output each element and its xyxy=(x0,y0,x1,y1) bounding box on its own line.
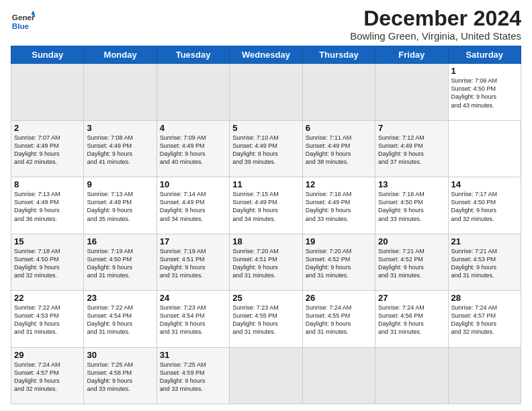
calendar-day: 12Sunrise: 7:16 AMSunset: 4:49 PMDayligh… xyxy=(302,177,375,234)
calendar-day: 20Sunrise: 7:21 AMSunset: 4:52 PMDayligh… xyxy=(375,234,448,290)
day-info: Sunrise: 7:15 AMSunset: 4:49 PMDaylight:… xyxy=(232,191,279,222)
calendar-day xyxy=(448,347,521,404)
calendar-table: SundayMondayTuesdayWednesdayThursdayFrid… xyxy=(11,46,521,404)
calendar-week-row: 2Sunrise: 7:07 AMSunset: 4:49 PMDaylight… xyxy=(11,120,521,177)
day-number: 18 xyxy=(232,236,299,246)
day-info: Sunrise: 7:16 AMSunset: 4:49 PMDaylight:… xyxy=(306,191,352,222)
header: General Blue December 2024 Bowling Green… xyxy=(11,7,521,42)
day-info: Sunrise: 7:21 AMSunset: 4:53 PMDaylight:… xyxy=(451,248,498,279)
day-info: Sunrise: 7:22 AMSunset: 4:54 PMDaylight:… xyxy=(87,304,133,335)
calendar-day: 21Sunrise: 7:21 AMSunset: 4:53 PMDayligh… xyxy=(448,234,521,290)
calendar-day: 10Sunrise: 7:14 AMSunset: 4:49 PMDayligh… xyxy=(157,177,229,234)
day-number: 21 xyxy=(451,236,518,246)
day-info: Sunrise: 7:21 AMSunset: 4:52 PMDaylight:… xyxy=(378,248,425,279)
weekday-header-saturday: Saturday xyxy=(448,46,521,64)
logo: General Blue xyxy=(11,9,38,34)
calendar-day xyxy=(375,347,448,404)
calendar-day: 25Sunrise: 7:23 AMSunset: 4:55 PMDayligh… xyxy=(230,291,302,347)
calendar-day: 6Sunrise: 7:11 AMSunset: 4:49 PMDaylight… xyxy=(302,120,375,177)
day-number: 7 xyxy=(378,123,445,133)
day-number: 19 xyxy=(306,236,372,246)
day-number: 8 xyxy=(14,179,81,189)
day-info: Sunrise: 7:11 AMSunset: 4:49 PMDaylight:… xyxy=(306,134,352,165)
day-number: 14 xyxy=(451,179,518,189)
calendar-day: 3Sunrise: 7:08 AMSunset: 4:49 PMDaylight… xyxy=(84,120,157,177)
day-number: 20 xyxy=(378,236,445,246)
day-info: Sunrise: 7:13 AMSunset: 4:49 PMDaylight:… xyxy=(14,191,60,222)
calendar-day: 30Sunrise: 7:25 AMSunset: 4:58 PMDayligh… xyxy=(84,347,157,404)
day-number: 23 xyxy=(87,293,153,303)
day-number: 6 xyxy=(306,123,372,133)
calendar-day: 18Sunrise: 7:20 AMSunset: 4:51 PMDayligh… xyxy=(230,234,302,290)
calendar-week-row: 8Sunrise: 7:13 AMSunset: 4:49 PMDaylight… xyxy=(11,177,521,234)
day-number: 10 xyxy=(160,179,226,189)
day-info: Sunrise: 7:10 AMSunset: 4:49 PMDaylight:… xyxy=(232,134,279,165)
day-info: Sunrise: 7:20 AMSunset: 4:52 PMDaylight:… xyxy=(306,248,352,279)
day-number: 25 xyxy=(232,293,299,303)
weekday-header-wednesday: Wednesday xyxy=(230,46,302,64)
calendar-day: 24Sunrise: 7:23 AMSunset: 4:54 PMDayligh… xyxy=(157,291,229,347)
calendar-day: 13Sunrise: 7:16 AMSunset: 4:50 PMDayligh… xyxy=(375,177,448,234)
calendar-day: 31Sunrise: 7:25 AMSunset: 4:59 PMDayligh… xyxy=(157,347,229,404)
month-title: December 2024 xyxy=(350,7,521,30)
day-info: Sunrise: 7:24 AMSunset: 4:57 PMDaylight:… xyxy=(451,304,498,335)
day-number: 2 xyxy=(14,123,81,133)
day-number: 24 xyxy=(160,293,226,303)
day-info: Sunrise: 7:22 AMSunset: 4:53 PMDaylight:… xyxy=(14,304,60,335)
day-info: Sunrise: 7:24 AMSunset: 4:55 PMDaylight:… xyxy=(306,304,352,335)
empty-cell xyxy=(302,64,375,120)
calendar-day: 16Sunrise: 7:19 AMSunset: 4:50 PMDayligh… xyxy=(84,234,157,290)
calendar-day: 7Sunrise: 7:12 AMSunset: 4:49 PMDaylight… xyxy=(375,120,448,177)
calendar-day xyxy=(302,347,375,404)
calendar-week-row: 22Sunrise: 7:22 AMSunset: 4:53 PMDayligh… xyxy=(11,291,521,347)
weekday-header-row: SundayMondayTuesdayWednesdayThursdayFrid… xyxy=(11,46,521,64)
day-info: Sunrise: 7:17 AMSunset: 4:50 PMDaylight:… xyxy=(451,191,498,222)
day-number: 29 xyxy=(14,350,81,360)
empty-cell xyxy=(157,64,229,120)
day-number: 16 xyxy=(87,236,153,246)
day-number: 13 xyxy=(378,179,445,189)
day-info: Sunrise: 7:23 AMSunset: 4:54 PMDaylight:… xyxy=(160,304,206,335)
calendar-day: 29Sunrise: 7:24 AMSunset: 4:57 PMDayligh… xyxy=(11,347,84,404)
calendar-day: 5Sunrise: 7:10 AMSunset: 4:49 PMDaylight… xyxy=(230,120,302,177)
day-number: 26 xyxy=(306,293,372,303)
day-number: 4 xyxy=(160,123,226,133)
day-number: 30 xyxy=(87,350,153,360)
calendar-day: 22Sunrise: 7:22 AMSunset: 4:53 PMDayligh… xyxy=(11,291,84,347)
day-info: Sunrise: 7:19 AMSunset: 4:50 PMDaylight:… xyxy=(87,248,133,279)
day-info: Sunrise: 7:16 AMSunset: 4:50 PMDaylight:… xyxy=(378,191,425,222)
weekday-header-sunday: Sunday xyxy=(11,46,84,64)
calendar-day: 27Sunrise: 7:24 AMSunset: 4:56 PMDayligh… xyxy=(375,291,448,347)
day-info: Sunrise: 7:25 AMSunset: 4:59 PMDaylight:… xyxy=(160,361,206,392)
day-number: 9 xyxy=(87,179,153,189)
day-number: 17 xyxy=(160,236,226,246)
day-info: Sunrise: 7:24 AMSunset: 4:56 PMDaylight:… xyxy=(378,304,425,335)
day-number: 1 xyxy=(451,66,518,76)
day-info: Sunrise: 7:08 AMSunset: 4:49 PMDaylight:… xyxy=(87,134,133,165)
empty-cell xyxy=(11,64,84,120)
day-number: 27 xyxy=(378,293,445,303)
calendar-day: 8Sunrise: 7:13 AMSunset: 4:49 PMDaylight… xyxy=(11,177,84,234)
calendar-week-row: 29Sunrise: 7:24 AMSunset: 4:57 PMDayligh… xyxy=(11,347,521,404)
empty-cell xyxy=(375,64,448,120)
day-number: 15 xyxy=(14,236,81,246)
logo-icon: General Blue xyxy=(11,9,35,34)
day-info: Sunrise: 7:06 AMSunset: 4:50 PMDaylight:… xyxy=(451,77,498,108)
day-number: 3 xyxy=(87,123,153,133)
day-info: Sunrise: 7:14 AMSunset: 4:49 PMDaylight:… xyxy=(160,191,206,222)
calendar-day: 28Sunrise: 7:24 AMSunset: 4:57 PMDayligh… xyxy=(448,291,521,347)
title-block: December 2024 Bowling Green, Virginia, U… xyxy=(350,7,521,42)
day-info: Sunrise: 7:13 AMSunset: 4:49 PMDaylight:… xyxy=(87,191,133,222)
calendar-day: 23Sunrise: 7:22 AMSunset: 4:54 PMDayligh… xyxy=(84,291,157,347)
weekday-header-thursday: Thursday xyxy=(302,46,375,64)
day-info: Sunrise: 7:19 AMSunset: 4:51 PMDaylight:… xyxy=(160,248,206,279)
day-info: Sunrise: 7:07 AMSunset: 4:49 PMDaylight:… xyxy=(14,134,60,165)
calendar-week-row: 1Sunrise: 7:06 AMSunset: 4:50 PMDaylight… xyxy=(11,64,521,120)
calendar-day: 11Sunrise: 7:15 AMSunset: 4:49 PMDayligh… xyxy=(230,177,302,234)
calendar-day: 14Sunrise: 7:17 AMSunset: 4:50 PMDayligh… xyxy=(448,177,521,234)
empty-cell xyxy=(230,64,302,120)
day-number: 22 xyxy=(14,293,81,303)
calendar-day: 1Sunrise: 7:06 AMSunset: 4:50 PMDaylight… xyxy=(448,64,521,120)
day-info: Sunrise: 7:09 AMSunset: 4:49 PMDaylight:… xyxy=(160,134,206,165)
page: General Blue December 2024 Bowling Green… xyxy=(0,0,532,411)
